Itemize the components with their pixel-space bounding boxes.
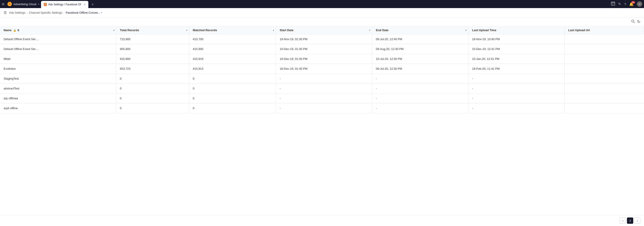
col-start-date-chevron[interactable]: ▾ [369,29,370,32]
cell-matched-records: 415,900 [189,44,276,54]
cell-end-date: - [372,94,468,103]
cell-matched-records: 0 [189,94,276,103]
main-content: ↻ Name 🔒 ⇅ ▾ Total Records ▾ [0,18,644,226]
app-chevron-icon[interactable]: ▾ [38,3,39,6]
col-matched-records-chevron[interactable]: ▾ [273,29,274,32]
top-bar-right: 08 ✎ ? 🔔 14 U [611,1,642,7]
col-name-chevron[interactable]: ▾ [113,29,114,32]
table-container: Name 🔒 ⇅ ▾ Total Records ▾ Matched Recor… [0,26,644,215]
cell-end-date: 09-Jul-20, 12:30 PM [372,64,468,74]
notifications-icon[interactable]: 🔔 14 [629,2,634,6]
cell-name: Default Offline Event Set ... [0,44,116,54]
col-header-last-upload-url[interactable]: Last Upload Url [564,26,644,34]
table-row[interactable]: Mitali915,800415,81919-Dec-19, 01:30 PM1… [0,54,644,64]
cell-name: Evoltobor [0,64,116,74]
cell-last-upload-time: - [468,74,564,84]
pagination-current-page[interactable]: 2 [627,218,633,224]
lock-icon: 🔒 [13,29,16,32]
cell-total-records: 905,800 [116,44,189,54]
app-name-label: Advertising Cloud [14,2,36,6]
tab-close-icon[interactable]: ✕ [84,3,86,6]
calendar-icon[interactable]: 08 [611,2,615,6]
col-header-start-date[interactable]: Start Date ▾ [276,26,372,34]
cell-matched-records: 415,700 [189,34,276,44]
svg-line-8 [634,22,635,23]
grid-icon[interactable]: ⊞ [2,2,4,6]
col-end-date-label: End Date [376,28,388,32]
table-row[interactable]: arp offlinea00--- [0,94,644,103]
cell-matched-records: 0 [189,84,276,94]
breadcrumb-bar: ☰ Ads Settings › Channel Specific Settin… [0,8,644,18]
search-icon[interactable] [631,20,635,24]
breadcrumb-dropdown-icon: ▾ [101,12,102,14]
refresh-icon[interactable]: ↻ [637,19,640,24]
cell-total-records: 0 [116,103,189,113]
app-logo: Advertising Cloud ▾ [7,2,39,6]
breadcrumb-channel-settings[interactable]: Channel Specific Settings [29,11,62,14]
new-tab-button[interactable]: + [90,2,95,7]
cell-total-records: 915,800 [116,54,189,64]
tab-favicon: ⚙ [44,3,47,6]
cell-end-date: - [372,74,468,84]
cell-name: StagingTest [0,74,116,84]
cell-last-upload-url [564,94,644,103]
cell-total-records: 0 [116,84,189,94]
cell-name: abstractTest [0,84,116,94]
cell-end-date: 09-Aug-20, 12:30 PM [372,44,468,54]
cell-end-date: - [372,84,468,94]
cell-last-upload-time: - [468,84,564,94]
cell-last-upload-url [564,84,644,94]
table-row[interactable]: abstractTest00--- [0,84,644,94]
cell-last-upload-url [564,103,644,113]
sidebar-toggle-icon[interactable]: ☰ [4,10,7,15]
col-name-label: Name [4,28,12,32]
cell-last-upload-url [564,74,644,84]
col-header-total-records[interactable]: Total Records ▾ [116,26,189,34]
cell-total-records: 0 [116,94,189,103]
col-header-end-date[interactable]: End Date ▾ [372,26,468,34]
cell-start-date: 18-Nov-19, 01:30 PM [276,34,372,44]
cell-last-upload-time: - [468,94,564,103]
cell-last-upload-url [564,54,644,64]
breadcrumb-current-label: Facebook Offline Conver... [66,11,100,14]
col-total-records-chevron[interactable]: ▾ [186,29,187,32]
cell-name: arpit offline [0,103,116,113]
table-row[interactable]: Evoltobor653,723415,91318-Dec-19, 01:30 … [0,64,644,74]
brand-logo-icon [7,2,12,6]
cell-start-date: 10-Dec-19, 01:30 PM [276,44,372,54]
table-header: Name 🔒 ⇅ ▾ Total Records ▾ Matched Recor… [0,26,644,34]
table-row[interactable]: Default Offline Event Set ...905,800415,… [0,44,644,54]
cell-last-upload-time: 10-Dec-19, 12:41 PM [468,44,564,54]
col-end-date-chevron[interactable]: ▾ [465,29,466,32]
col-last-upload-url-label: Last Upload Url [568,28,590,32]
cell-start-date: - [276,103,372,113]
col-header-matched-records[interactable]: Matched Records ▾ [189,26,276,34]
table-row[interactable]: Default Offline Event Set ...715,800415,… [0,34,644,44]
cell-total-records: 653,723 [116,64,189,74]
cell-start-date: - [276,84,372,94]
breadcrumb-current[interactable]: Facebook Offline Conver... ▾ [66,11,102,14]
svg-text:08: 08 [612,4,614,5]
col-start-date-label: Start Date [280,28,293,32]
user-avatar[interactable]: U [637,1,642,7]
col-matched-records-label: Matched Records [193,28,217,32]
svg-point-1 [9,3,10,4]
cell-total-records: 0 [116,74,189,84]
pagination: ‹ 2 › [0,215,644,226]
cell-last-upload-time: - [468,103,564,113]
cell-last-upload-url [564,34,644,44]
col-header-name[interactable]: Name 🔒 ⇅ ▾ [0,26,116,34]
cell-last-upload-time: 18-Feb-20, 11:41 PM [468,64,564,74]
breadcrumb-ads-settings[interactable]: Ads Settings [9,11,25,14]
pagination-prev-button[interactable]: ‹ [620,218,626,224]
sort-icon[interactable]: ⇅ [17,29,19,32]
notification-badge: 14 [631,1,635,4]
pagination-next-button[interactable]: › [634,218,640,224]
help-icon[interactable]: ? [624,2,626,6]
cell-last-upload-url [564,44,644,54]
col-header-last-upload-time[interactable]: Last Upload Time [468,26,564,34]
table-row[interactable]: StagingTest00--- [0,74,644,84]
table-row[interactable]: arpit offline00--- [0,103,644,113]
active-tab[interactable]: ⚙ Ads Settings / Facebook Of ✕ [41,1,88,8]
edit-icon[interactable]: ✎ [618,2,621,6]
